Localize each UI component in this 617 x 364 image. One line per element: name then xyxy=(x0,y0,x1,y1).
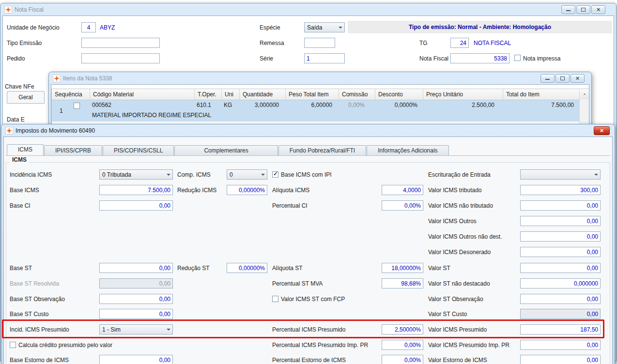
percentual-st-mva-label: Percentual ST MVA xyxy=(272,280,323,287)
column-header-desconto[interactable]: Desconto xyxy=(375,89,423,100)
tab-strip-line xyxy=(6,155,610,156)
column-header-total-item[interactable]: Total do Item xyxy=(503,89,580,100)
minimize-button[interactable] xyxy=(561,5,575,14)
tab-informacoes-adicionais[interactable]: Informações Adicionais xyxy=(367,145,448,155)
tab-icms[interactable]: ICMS xyxy=(7,144,44,155)
tab-geral[interactable]: Geral xyxy=(7,91,45,104)
unidade-negocio-desc: ABYZ xyxy=(100,24,115,31)
base-ci-input[interactable] xyxy=(99,200,173,211)
base-st-custo-input[interactable] xyxy=(99,309,173,319)
valor-st-observacao-input[interactable] xyxy=(520,294,601,304)
minimize-icon xyxy=(545,76,550,80)
especie-value: Saída xyxy=(307,24,337,31)
icms-group-legend: ICMS xyxy=(10,156,29,163)
scroll-up-icon[interactable]: ▲ xyxy=(580,89,589,99)
tg-input[interactable] xyxy=(450,38,469,48)
peso-total-cell: 6,00000 xyxy=(286,100,339,121)
chevron-down-icon xyxy=(594,174,598,176)
valor-st-nao-destacado-input[interactable] xyxy=(520,278,601,288)
base-icms-input[interactable] xyxy=(99,185,173,195)
valor-icms-tributado-input[interactable] xyxy=(520,185,601,195)
especie-select[interactable]: Saída xyxy=(304,22,345,32)
comp-icms-select[interactable]: 0 xyxy=(227,169,267,180)
pedido-input[interactable] xyxy=(81,53,160,63)
sequencia-value: 1 xyxy=(60,107,63,114)
base-icms-ipi-checkbox[interactable] xyxy=(272,171,278,178)
restore-icon xyxy=(560,76,565,80)
nota-fiscal-label: Nota Fiscal xyxy=(419,55,448,62)
column-header-peso-total[interactable]: Peso Total Item xyxy=(286,89,339,100)
data-emissao-label-partial: Data E xyxy=(7,116,25,123)
close-button[interactable]: × xyxy=(571,74,585,83)
column-header-quantidade[interactable]: Quantidade xyxy=(240,89,286,100)
valor-icms-desonerado-label: Valor ICMS Desonerado xyxy=(428,249,491,256)
tab-ipi-iss-cprb[interactable]: IPI/ISS/CPRB xyxy=(44,145,102,155)
percentual-presumido-pr-input[interactable] xyxy=(382,340,423,350)
valor-icms-outros-label: Valor ICMS Outros xyxy=(428,218,477,225)
nota-fiscal-input[interactable] xyxy=(450,53,509,63)
valor-st-input[interactable] xyxy=(520,263,601,273)
valor-estorno-icms-label: Valor Estorno de ICMS xyxy=(428,357,487,364)
table-row[interactable]: 1 000562 MATERIAL IMPORTADO REGIME ESPEC… xyxy=(52,100,589,121)
reducao-st-input[interactable] xyxy=(227,263,267,273)
base-st-observacao-input[interactable] xyxy=(99,294,173,304)
comissao-cell: 0,00% xyxy=(339,100,375,121)
valor-icms-st-fcp-checkbox[interactable] xyxy=(272,296,278,302)
column-header-preco-unitario[interactable]: Preço Unitário xyxy=(423,89,503,100)
base-icms-ipi-label: Base ICMS com IPI xyxy=(281,171,332,178)
column-header-uni[interactable]: Uni xyxy=(222,89,240,100)
tipo-emissao-input[interactable] xyxy=(81,38,160,48)
column-header-codigo-material[interactable]: Código Material xyxy=(90,89,195,100)
base-estorno-icms-input[interactable] xyxy=(99,355,173,364)
unidade-negocio-input[interactable] xyxy=(81,22,96,32)
incidencia-icms-label: Incidência ICMS xyxy=(10,171,52,178)
restore-button[interactable] xyxy=(555,74,570,83)
aliquota-icms-input[interactable] xyxy=(382,185,423,195)
tab-fundo-pobreza[interactable]: Fundo Pobreza/Rural/FTI xyxy=(278,145,366,155)
valor-icms-outros-nd-input[interactable] xyxy=(520,231,601,242)
remessa-label: Remessa xyxy=(260,40,284,46)
calcula-credito-presumido-checkbox[interactable] xyxy=(10,342,16,348)
aliquota-st-input[interactable] xyxy=(382,263,423,273)
close-button[interactable]: × xyxy=(594,126,610,135)
remessa-input[interactable] xyxy=(304,38,335,48)
nota-fiscal-titlebar[interactable]: Nota Fiscal × xyxy=(2,3,614,15)
escrituracao-entrada-label: Escrituração de Entrada xyxy=(428,171,491,178)
column-header-comissao[interactable]: Comissão xyxy=(339,89,375,100)
tab-pis-cofins-csll[interactable]: PIS/COFINS/CSLL xyxy=(103,145,174,155)
nota-impressa-checkbox[interactable] xyxy=(514,55,521,61)
valor-icms-outros-input[interactable] xyxy=(520,216,601,226)
percentual-estorno-icms-label: Percentual Estorno de ICMS xyxy=(272,357,346,364)
column-header-sequencia[interactable]: Sequência xyxy=(52,89,90,100)
highlight-annotation xyxy=(2,319,604,338)
preco-unitario-cell: 2.500,00 xyxy=(423,100,503,121)
impostos-titlebar[interactable]: Impostos do Movimento 60490 × xyxy=(3,124,613,136)
serie-input[interactable] xyxy=(304,53,345,63)
restore-button[interactable] xyxy=(576,5,590,14)
app-icon xyxy=(4,6,12,14)
percentual-estorno-icms-input[interactable] xyxy=(382,355,423,364)
impostos-tabs: ICMS IPI/ISS/CPRB PIS/COFINS/CSLL Comple… xyxy=(7,144,449,155)
row-select-checkbox[interactable] xyxy=(74,103,80,109)
unidade-negocio-label: Unidade de Negócio xyxy=(7,24,60,31)
valor-presumido-pr-input[interactable] xyxy=(520,340,601,350)
minimize-icon xyxy=(566,8,571,11)
app-icon xyxy=(5,127,13,135)
column-header-toper[interactable]: T.Oper. xyxy=(195,89,222,100)
valor-estorno-icms-input[interactable] xyxy=(520,355,601,364)
incidencia-icms-select[interactable]: 0 Tributada xyxy=(99,169,173,180)
percentual-st-mva-input[interactable] xyxy=(382,278,423,288)
escrituracao-entrada-select[interactable] xyxy=(520,169,601,180)
itens-titlebar[interactable]: Itens da Nota 5338 × xyxy=(51,72,589,84)
tab-complementares[interactable]: Complementares xyxy=(174,145,278,155)
reducao-icms-input[interactable] xyxy=(227,185,267,195)
base-st-input[interactable] xyxy=(99,263,173,273)
minimize-button[interactable] xyxy=(540,74,555,83)
valor-icms-nao-tributado-input[interactable] xyxy=(520,200,601,211)
percentual-ci-input[interactable] xyxy=(382,200,423,211)
valor-icms-desonerado-input[interactable] xyxy=(520,247,601,257)
base-ci-label: Base CI xyxy=(10,202,31,209)
aliquota-icms-label: Alíquota ICMS xyxy=(272,187,309,194)
chevron-down-icon xyxy=(167,174,170,176)
close-button[interactable]: × xyxy=(591,5,605,14)
